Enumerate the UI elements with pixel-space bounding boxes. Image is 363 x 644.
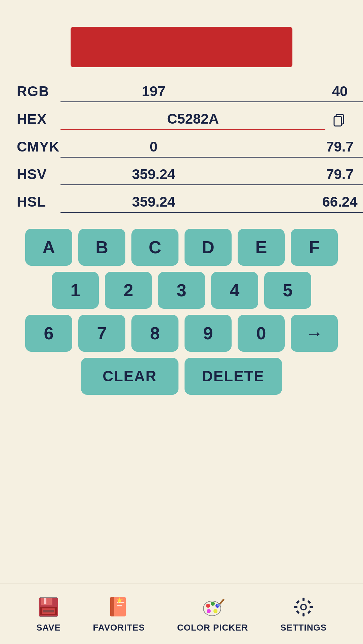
hex-label: HEX [17,111,61,127]
key-3[interactable]: 3 [158,272,205,309]
hex-row: HEX [17,108,346,130]
key-1[interactable]: 1 [52,272,99,309]
svg-rect-3 [334,117,341,126]
nav-save[interactable]: SAVE [36,595,61,633]
cmyk-m-input[interactable] [247,136,363,158]
delete-button[interactable]: DELETE [185,358,282,395]
svg-point-37 [207,609,211,613]
settings-icon [291,595,316,619]
favorites-icon [107,595,131,619]
key-row-3: 6 7 8 9 0 → [13,315,350,352]
hsv-s-input[interactable] [247,164,363,185]
hex-copy-button[interactable] [331,112,346,127]
hsv-row: HSV [17,164,346,185]
rgb-row: RGB [17,81,346,102]
svg-line-38 [219,600,224,604]
nav-favorites[interactable]: FAVORITES [93,595,145,633]
key-8[interactable]: 8 [131,315,178,352]
color-picker-icon [201,595,225,619]
save-label: SAVE [36,622,61,633]
keyboard-section: A B C D E F 1 2 3 4 5 6 7 8 9 0 → CLEAR … [0,219,363,404]
svg-point-41 [301,605,306,609]
key-row-4: CLEAR DELETE [13,358,350,395]
fields-section: RGB HEX CMYK [0,81,363,213]
favorites-label: FAVORITES [93,622,145,633]
svg-rect-47 [307,600,311,604]
key-b[interactable]: B [78,229,125,266]
nav-settings[interactable]: SETTINGS [280,595,327,633]
hsv-h-input[interactable] [61,164,247,185]
key-5[interactable]: 5 [264,272,311,309]
settings-label: SETTINGS [280,622,327,633]
svg-rect-43 [302,613,305,616]
hsv-label: HSV [17,166,61,182]
cmyk-c-input[interactable] [61,136,247,158]
hsl-s-input[interactable] [247,191,363,213]
key-d[interactable]: D [185,229,232,266]
key-c[interactable]: C [131,229,178,266]
color-preview [71,27,292,67]
key-4[interactable]: 4 [211,272,258,309]
key-e[interactable]: E [238,229,285,266]
svg-rect-46 [296,600,299,604]
hex-input[interactable] [61,108,325,130]
svg-rect-48 [296,610,299,614]
rgb-values [61,81,363,102]
nav-color-picker[interactable]: COLOR PICKER [177,595,248,633]
key-a[interactable]: A [25,229,72,266]
svg-rect-44 [294,606,297,608]
bottom-nav: SAVE FAVORITES COLOR PICKER [0,584,363,644]
cmyk-values [61,136,363,158]
cmyk-row: CMYK [17,136,346,158]
svg-rect-30 [117,605,122,606]
key-9[interactable]: 9 [185,315,232,352]
svg-rect-26 [43,610,54,612]
key-f[interactable]: F [291,229,338,266]
svg-point-34 [211,602,215,606]
key-0[interactable]: 0 [238,315,285,352]
hex-values [61,108,325,130]
color-picker-label: COLOR PICKER [177,622,248,633]
key-6[interactable]: 6 [25,315,72,352]
hsl-row: HSL [17,191,346,213]
save-icon [36,595,61,619]
svg-rect-42 [302,598,305,601]
key-arrow[interactable]: → [291,315,338,352]
svg-rect-49 [307,610,311,614]
rgb-g-input[interactable] [247,81,363,102]
key-2[interactable]: 2 [105,272,152,309]
hsl-values [61,191,363,213]
cmyk-label: CMYK [17,139,61,155]
svg-rect-45 [310,606,313,608]
svg-rect-28 [110,597,114,616]
key-row-2: 1 2 3 4 5 [13,272,350,309]
rgb-label: RGB [17,83,61,99]
hsv-values [61,164,363,185]
svg-point-36 [213,609,217,613]
key-7[interactable]: 7 [78,315,125,352]
key-row-1: A B C D E F [13,229,350,266]
svg-point-33 [206,604,210,608]
clear-button[interactable]: CLEAR [81,358,178,395]
hsl-h-input[interactable] [61,191,247,213]
hsl-label: HSL [17,194,61,210]
svg-rect-23 [44,598,46,604]
rgb-r-input[interactable] [61,81,247,102]
